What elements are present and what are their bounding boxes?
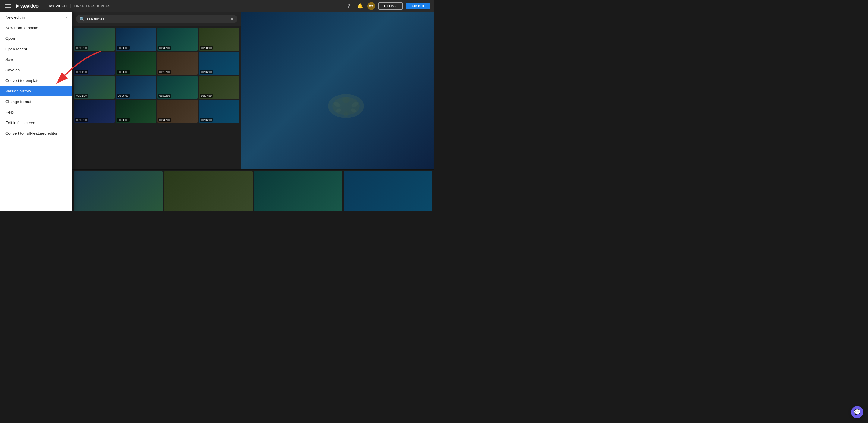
duration-badge: 00:08:00 [200, 46, 213, 50]
svg-point-6 [342, 97, 350, 103]
logo: wevideo [16, 3, 38, 9]
menu-item-save-as[interactable]: Save as [0, 65, 72, 75]
menu-item-label: Save [5, 57, 14, 62]
bottom-media-thumbnail[interactable]: 00:21:09 [344, 171, 432, 212]
duration-badge: 00:16:00 [75, 46, 88, 50]
menu-item-label: Edit in full screen [5, 121, 35, 125]
duration-badge: 00:16:00 [200, 70, 213, 74]
media-thumbnail[interactable]: 00:30:00 [116, 100, 156, 122]
menu-item-label: Open [5, 36, 15, 41]
media-thumbnail[interactable]: 00:19:00 [157, 76, 198, 99]
main-area: New edit in›New from templateOpenOpen re… [0, 12, 434, 212]
bottom-media-thumbnail[interactable]: 00:06:09 [254, 171, 342, 212]
media-thumbnail[interactable]: 00:18:00 [74, 100, 115, 122]
menu-item-label: Help [5, 110, 13, 115]
menu-item-label: New from template [5, 26, 38, 30]
search-input[interactable] [87, 17, 228, 22]
duration-badge: 00:30:00 [158, 46, 171, 50]
menu-item-label: Open recent [5, 47, 27, 51]
duration-badge: 00:30:00 [117, 118, 130, 122]
duration-badge: 00:07:00 [200, 94, 213, 98]
tab-my-video[interactable]: MY VIDEO [46, 4, 70, 8]
bottom-section: 00:16:1100:23:1800:06:0900:21:09 [72, 169, 434, 212]
topbar: wevideo MY VIDEO | LINKED RESOURCES ? 🔔 … [0, 0, 434, 12]
media-thumbnail[interactable]: 00:08:00 [199, 28, 239, 51]
duration-badge: 00:11:00 [75, 70, 88, 74]
duration-badge: 00:18:00 [75, 118, 88, 122]
chevron-right-icon: › [66, 15, 67, 20]
media-thumbnail[interactable]: 00:16:00 [199, 52, 239, 74]
search-icon: 🔍 [80, 17, 85, 22]
logo-text: wevideo [21, 3, 38, 9]
media-thumbnail[interactable]: 00:07:00 [199, 76, 239, 99]
bottom-media-thumbnail[interactable]: 00:16:11 [74, 171, 163, 212]
duration-badge: 00:21:00 [75, 94, 88, 98]
thumbnail-image [344, 171, 432, 212]
duration-badge: 00:30:00 [117, 46, 130, 50]
bottom-media-grid: 00:16:1100:23:1800:06:0900:21:09 [72, 170, 434, 212]
search-input-wrap: 🔍 ✕ [76, 15, 238, 23]
media-thumbnail[interactable]: 00:30:00 [157, 100, 198, 122]
tab-linked-resources[interactable]: LINKED RESOURCES [71, 4, 114, 8]
menu-item-open-recent[interactable]: Open recent [0, 44, 72, 54]
media-thumbnail[interactable]: 00:11:00⋮ [74, 52, 115, 74]
thumbnail-image [74, 171, 163, 212]
hamburger-button[interactable] [4, 3, 13, 9]
menu-item-label: Convert to Full-featured editor [5, 131, 58, 136]
duration-badge: 00:08:00 [117, 70, 130, 74]
notification-button[interactable]: 🔔 [356, 2, 364, 10]
menu-item-edit-full-screen[interactable]: Edit in full screen [0, 118, 72, 128]
thumbnail-image [164, 171, 253, 212]
duration-badge: 00:18:00 [158, 70, 171, 74]
nav-tabs: MY VIDEO | LINKED RESOURCES [46, 4, 114, 8]
duration-badge: 00:16:00 [200, 118, 213, 122]
menu-item-label: Save as [5, 68, 20, 72]
menu-item-open[interactable]: Open [0, 33, 72, 44]
svg-point-7 [344, 111, 348, 118]
search-clear-icon[interactable]: ✕ [230, 17, 234, 22]
duration-badge: 00:19:00 [158, 94, 171, 98]
media-thumbnail[interactable]: 00:30:00 [116, 28, 156, 51]
turtle-preview-image [316, 85, 376, 127]
finish-button[interactable]: FINISH [406, 3, 430, 9]
thumbnail-image [254, 171, 342, 212]
menu-item-label: New edit in [5, 15, 25, 20]
media-thumbnail[interactable]: 00:06:00 [116, 76, 156, 99]
duration-badge: 00:30:00 [158, 118, 171, 122]
duration-badge: 00:06:00 [117, 94, 130, 98]
help-button[interactable]: ? [344, 2, 353, 10]
media-thumbnail[interactable]: 00:16:00 [199, 100, 239, 122]
menu-item-help[interactable]: Help [0, 107, 72, 118]
media-thumbnail[interactable]: 00:16:00 [74, 28, 115, 51]
menu-item-label: Version history [5, 89, 31, 93]
menu-item-save[interactable]: Save [0, 54, 72, 65]
topbar-left: wevideo MY VIDEO | LINKED RESOURCES [4, 3, 114, 9]
menu-item-convert-full-editor[interactable]: Convert to Full-featured editor [0, 128, 72, 139]
menu-item-label: Convert to template [5, 78, 39, 83]
topbar-right: ? 🔔 WV CLOSE FINISH [344, 2, 430, 10]
dropdown-menu: New edit in›New from templateOpenOpen re… [0, 12, 72, 212]
menu-item-new-edit-in[interactable]: New edit in› [0, 12, 72, 23]
search-bar: 🔍 ✕ [72, 12, 241, 26]
menu-item-version-history[interactable]: Version historyOpen an earlier version o… [0, 86, 72, 96]
help-icon: ? [347, 3, 350, 9]
more-options-icon[interactable]: ⋮ [110, 53, 114, 57]
notification-icon: 🔔 [357, 3, 363, 9]
menu-item-label: Change format [5, 99, 31, 104]
media-thumbnail[interactable]: 00:21:00 [74, 76, 115, 99]
menu-item-convert-to-template[interactable]: Convert to template [0, 75, 72, 86]
close-button[interactable]: CLOSE [378, 2, 403, 10]
media-thumbnail[interactable]: 00:18:00 [157, 52, 198, 74]
avatar[interactable]: WV [367, 2, 375, 10]
media-thumbnail[interactable]: 00:30:00 [157, 28, 198, 51]
menu-item-change-format[interactable]: Change format [0, 96, 72, 107]
menu-item-new-from-template[interactable]: New from template [0, 23, 72, 33]
logo-play-icon [16, 4, 19, 8]
bottom-media-thumbnail[interactable]: 00:23:18 [164, 171, 253, 212]
media-thumbnail[interactable]: 00:08:00 [116, 52, 156, 74]
